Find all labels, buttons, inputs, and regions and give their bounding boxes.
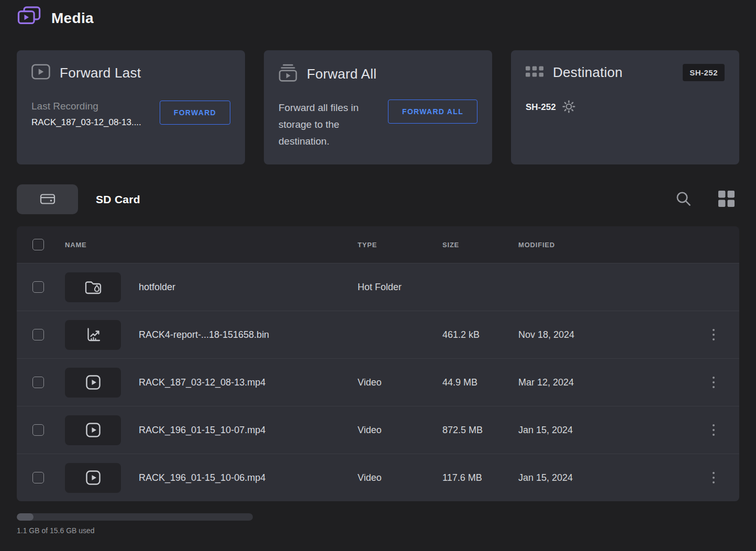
page-header: Media bbox=[17, 0, 739, 26]
forward-button[interactable]: FORWARD bbox=[160, 101, 230, 125]
file-modified: Mar 12, 2024 bbox=[518, 377, 696, 388]
destination-settings-button[interactable] bbox=[562, 100, 575, 115]
table-body: hotfolder Hot Folder bbox=[17, 263, 739, 501]
forward-all-card: Forward All Forward all files in storage… bbox=[264, 50, 492, 164]
forward-all-button[interactable]: FORWARD ALL bbox=[388, 100, 477, 124]
destination-value: SH-252 bbox=[526, 102, 556, 113]
gear-icon bbox=[562, 100, 575, 115]
file-name: hotfolder bbox=[121, 282, 358, 293]
file-name: RACK_196_01-15_10-07.mp4 bbox=[121, 425, 358, 436]
file-modified: Jan 15, 2024 bbox=[518, 425, 696, 436]
row-checkbox[interactable] bbox=[32, 281, 44, 293]
row-menu-button[interactable] bbox=[703, 324, 725, 346]
grid-view-icon bbox=[718, 191, 735, 208]
video-icon bbox=[85, 374, 102, 391]
row-menu-button[interactable] bbox=[703, 419, 725, 441]
last-recording-info: Last Recording RACK_187_03-12_08-13.... bbox=[31, 101, 141, 128]
table-row: RACK4-report-...18-151658.bin 461.2 kB N… bbox=[17, 311, 739, 358]
storage-meter-fill bbox=[17, 513, 34, 521]
file-type: Video bbox=[358, 472, 442, 483]
destination-icon bbox=[526, 66, 543, 79]
table-row: hotfolder Hot Folder bbox=[17, 263, 739, 311]
file-name: RACK_196_01-15_10-06.mp4 bbox=[121, 472, 358, 483]
file-type-tile bbox=[65, 415, 121, 445]
video-icon bbox=[85, 469, 102, 486]
row-checkbox[interactable] bbox=[32, 424, 44, 436]
table-row: RACK_196_01-15_10-07.mp4 Video 872.5 MB … bbox=[17, 406, 739, 454]
table-row: RACK_196_01-15_10-06.mp4 Video 117.6 MB … bbox=[17, 454, 739, 501]
row-checkbox[interactable] bbox=[32, 472, 44, 483]
file-modified: Jan 15, 2024 bbox=[518, 472, 696, 483]
sd-card-button[interactable] bbox=[17, 184, 78, 214]
storage-meter bbox=[17, 513, 253, 521]
forward-last-title: Forward Last bbox=[60, 65, 141, 81]
last-recording-filename: RACK_187_03-12_08-13.... bbox=[31, 117, 141, 128]
forward-all-icon bbox=[279, 64, 297, 84]
table-row: RACK_187_03-12_08-13.mp4 Video 44.9 MB M… bbox=[17, 358, 739, 406]
file-type-tile bbox=[65, 272, 121, 302]
video-icon bbox=[85, 422, 102, 438]
table-header: NAME TYPE SIZE MODIFIED bbox=[17, 226, 739, 263]
report-icon bbox=[85, 326, 102, 343]
destination-card: Destination SH-252 SH-252 bbox=[511, 50, 739, 164]
file-size: 461.2 kB bbox=[442, 329, 518, 340]
column-type: TYPE bbox=[358, 241, 442, 249]
hot-folder-icon bbox=[84, 279, 102, 295]
file-type: Hot Folder bbox=[358, 282, 442, 293]
media-icon bbox=[17, 6, 43, 31]
row-checkbox[interactable] bbox=[32, 329, 44, 340]
file-type-tile bbox=[65, 463, 121, 493]
search-icon bbox=[675, 191, 691, 208]
forward-all-title: Forward All bbox=[307, 66, 376, 82]
file-type: Video bbox=[358, 377, 442, 388]
forward-all-description: Forward all files in storage to the dest… bbox=[279, 100, 359, 150]
file-type-tile bbox=[65, 368, 121, 398]
forward-last-card: Forward Last Last Recording RACK_187_03-… bbox=[17, 50, 245, 164]
row-menu-button[interactable] bbox=[703, 371, 725, 393]
select-all-checkbox[interactable] bbox=[32, 239, 44, 250]
media-page: Media Forward Last Last Recording RACK_1… bbox=[0, 0, 756, 535]
sd-drive-icon bbox=[39, 191, 56, 208]
file-type: Video bbox=[358, 425, 442, 436]
column-modified: MODIFIED bbox=[518, 241, 696, 249]
row-menu-button[interactable] bbox=[703, 467, 725, 489]
destination-title: Destination bbox=[553, 64, 622, 81]
storage-usage-text: 1.1 GB of 15.6 GB used bbox=[17, 526, 739, 535]
file-modified: Nov 18, 2024 bbox=[518, 329, 696, 340]
column-size: SIZE bbox=[442, 241, 518, 249]
file-name: RACK_187_03-12_08-13.mp4 bbox=[121, 377, 358, 388]
file-size: 117.6 MB bbox=[442, 472, 518, 483]
row-checkbox[interactable] bbox=[32, 377, 44, 388]
forward-last-icon bbox=[31, 64, 50, 82]
source-row: SD Card bbox=[17, 184, 739, 214]
destination-badge: SH-252 bbox=[683, 64, 725, 81]
source-label: SD Card bbox=[96, 193, 140, 206]
file-type-tile bbox=[65, 320, 121, 350]
file-table: NAME TYPE SIZE MODIFIED bbox=[17, 226, 739, 501]
grid-view-button[interactable] bbox=[718, 191, 735, 208]
file-size: 44.9 MB bbox=[442, 377, 518, 388]
column-name: NAME bbox=[65, 241, 121, 249]
file-name: RACK4-report-...18-151658.bin bbox=[121, 329, 358, 340]
file-size: 872.5 MB bbox=[442, 425, 518, 436]
last-recording-label: Last Recording bbox=[31, 101, 141, 112]
page-title: Media bbox=[51, 10, 94, 27]
search-button[interactable] bbox=[675, 191, 691, 208]
action-cards: Forward Last Last Recording RACK_187_03-… bbox=[17, 50, 739, 164]
